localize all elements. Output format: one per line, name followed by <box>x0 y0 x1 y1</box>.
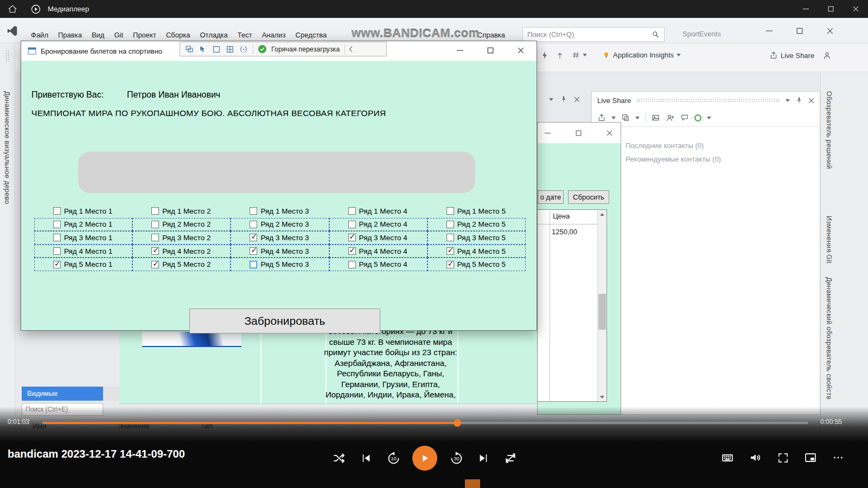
binding-failures-icon[interactable] <box>239 45 248 54</box>
seat-option[interactable]: Ряд 4 Место 5 <box>427 245 526 258</box>
application-insights-button[interactable]: Application Insights <box>602 51 681 59</box>
tab-solution-explorer[interactable]: Обозреватель решений <box>825 91 833 169</box>
progress-handle[interactable] <box>454 419 461 427</box>
seat-option[interactable]: Ряд 2 Место 3 <box>231 218 329 232</box>
play-button[interactable] <box>412 446 437 471</box>
seat-checkbox[interactable] <box>250 221 257 228</box>
vs-minimize-button[interactable] <box>761 24 777 37</box>
vs-close-button[interactable] <box>822 24 838 37</box>
seat-option[interactable]: Ряд 2 Место 5 <box>427 218 526 232</box>
seat-option[interactable]: Ряд 4 Место 2 <box>132 245 231 258</box>
maximize-button[interactable] <box>479 43 502 58</box>
seat-option[interactable]: Ряд 3 Место 2 <box>132 231 231 245</box>
seat-option[interactable]: Ряд 1 Место 3 <box>231 204 329 218</box>
volume-button[interactable] <box>747 450 763 466</box>
seat-option[interactable]: Ряд 3 Место 3 <box>231 231 329 245</box>
seat-checkbox[interactable] <box>53 261 61 268</box>
pin-icon[interactable] <box>795 97 803 104</box>
tab-git-changes[interactable]: Изменения Git <box>825 216 833 264</box>
mini-player-button[interactable] <box>802 450 819 466</box>
seat-option[interactable]: Ряд 4 Место 4 <box>329 245 427 258</box>
progress-track[interactable] <box>42 422 808 424</box>
shuffle-button[interactable] <box>331 450 347 466</box>
osd-keyboard-button[interactable] <box>719 450 736 466</box>
previous-button[interactable] <box>358 450 374 466</box>
session-status-icon[interactable] <box>694 114 701 121</box>
seat-option[interactable]: Ряд 3 Место 5 <box>427 231 526 245</box>
invite-contact-icon[interactable] <box>666 113 675 123</box>
vs-maximize-button[interactable] <box>792 24 808 37</box>
seat-option[interactable]: Ряд 1 Место 4 <box>329 204 427 218</box>
seat-option[interactable]: Ряд 5 Место 5 <box>427 258 526 271</box>
seat-checkbox[interactable] <box>53 221 61 228</box>
account-icon[interactable] <box>822 51 832 60</box>
seat-option[interactable]: Ряд 2 Место 4 <box>329 218 427 232</box>
contact-group-item[interactable]: Рекомендуемые контакты (0) <box>626 152 820 166</box>
collapse-chevron-icon[interactable] <box>349 47 355 52</box>
seat-option[interactable]: Ряд 5 Место 3 <box>231 258 329 271</box>
hot-reload-label[interactable]: Горячая перезагрузка <box>271 46 340 53</box>
seat-checkbox[interactable] <box>250 247 257 255</box>
seat-checkbox[interactable] <box>151 247 159 255</box>
watch-search-box[interactable] <box>22 403 103 416</box>
seat-checkbox[interactable] <box>151 207 159 215</box>
sort-by-date-button[interactable]: о дате <box>538 190 564 204</box>
seat-checkbox[interactable] <box>250 207 257 215</box>
seat-option[interactable]: Ряд 5 Место 1 <box>34 258 132 271</box>
screen-share-icon[interactable] <box>651 113 660 123</box>
seat-checkbox[interactable] <box>53 247 61 255</box>
seat-checkbox[interactable] <box>151 221 159 228</box>
seat-option[interactable]: Ряд 4 Место 1 <box>34 245 132 258</box>
seat-option[interactable]: Ряд 1 Место 5 <box>427 204 526 218</box>
seat-checkbox[interactable] <box>446 234 454 241</box>
seat-checkbox[interactable] <box>348 247 356 255</box>
show-ui-debug-icon[interactable] <box>185 45 194 54</box>
vs-search-input[interactable] <box>527 30 652 38</box>
seat-checkbox[interactable] <box>348 221 356 228</box>
seat-option[interactable]: Ряд 1 Место 2 <box>132 204 231 218</box>
reset-button[interactable]: Сбросить <box>568 190 609 204</box>
more-button[interactable] <box>830 450 846 466</box>
chevron-down-icon[interactable] <box>549 98 553 101</box>
maximize-button[interactable] <box>818 0 843 18</box>
chevron-down-icon[interactable] <box>707 117 711 119</box>
seat-checkbox[interactable] <box>446 261 454 268</box>
taskbar-app-fragment[interactable] <box>465 479 480 488</box>
seat-checkbox[interactable] <box>151 234 159 241</box>
seat-checkbox[interactable] <box>446 247 454 255</box>
vs-search-box[interactable] <box>522 27 665 42</box>
home-button[interactable] <box>0 0 25 18</box>
minimize-button[interactable] <box>449 43 471 58</box>
seat-option[interactable]: Ряд 1 Место 1 <box>34 204 132 218</box>
toolbar-up-arrow-icon[interactable] <box>556 51 564 60</box>
seat-checkbox[interactable] <box>151 261 159 268</box>
seat-option[interactable]: Ряд 2 Место 2 <box>132 218 231 232</box>
tab-dynamic-visual-tree[interactable]: Динамическое визуальное дерево <box>3 91 11 204</box>
chat-icon[interactable] <box>680 113 689 122</box>
minimize-button[interactable] <box>793 0 818 18</box>
seat-checkbox[interactable] <box>348 234 356 241</box>
forward-30-button[interactable]: 30 <box>448 450 464 466</box>
price-column-header[interactable]: Цена <box>553 212 570 220</box>
share-session-icon[interactable] <box>597 113 606 122</box>
seat-option[interactable]: Ряд 5 Место 2 <box>132 258 231 271</box>
toolbar-hash-icon[interactable] <box>572 51 587 59</box>
close-icon[interactable] <box>808 98 814 104</box>
close-icon[interactable] <box>574 97 580 102</box>
seat-checkbox[interactable] <box>250 234 257 241</box>
seat-checkbox[interactable] <box>446 221 454 228</box>
seat-option[interactable]: Ряд 3 Место 4 <box>329 231 427 245</box>
seat-option[interactable]: Ряд 3 Место 1 <box>34 231 132 245</box>
select-element-icon[interactable] <box>199 45 207 54</box>
video-area[interactable]: ФайлПравкаВидGitПроектСборкаОтладкаТестА… <box>0 18 868 442</box>
minimize-button[interactable] <box>538 126 557 140</box>
book-button[interactable]: Забронировать <box>189 309 380 333</box>
seat-checkbox[interactable] <box>53 234 61 241</box>
close-button[interactable] <box>599 126 619 140</box>
seat-option[interactable]: Ряд 2 Место 1 <box>34 218 132 232</box>
seat-checkbox[interactable] <box>446 207 454 215</box>
toolbar-lightning-icon[interactable] <box>540 51 549 60</box>
tab-visible[interactable]: Видимые <box>22 387 103 401</box>
chevron-down-icon[interactable] <box>611 117 616 119</box>
scrollbar[interactable] <box>597 210 607 401</box>
